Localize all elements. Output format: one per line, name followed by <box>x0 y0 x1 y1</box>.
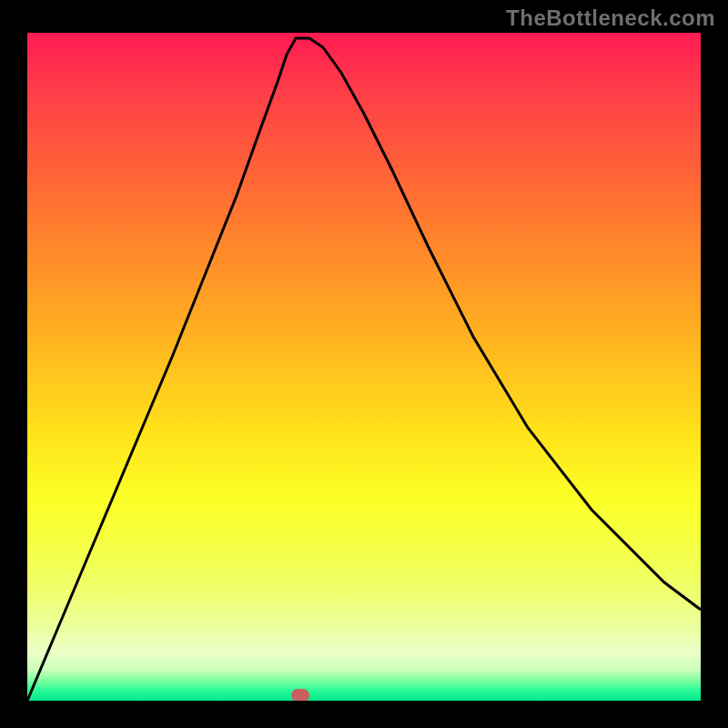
chart-frame: TheBottleneck.com <box>0 0 728 728</box>
curve-svg <box>27 33 701 701</box>
optimal-point-marker <box>291 689 309 701</box>
bottleneck-curve <box>27 38 701 701</box>
watermark-text: TheBottleneck.com <box>506 5 715 31</box>
plot-area <box>27 33 701 701</box>
